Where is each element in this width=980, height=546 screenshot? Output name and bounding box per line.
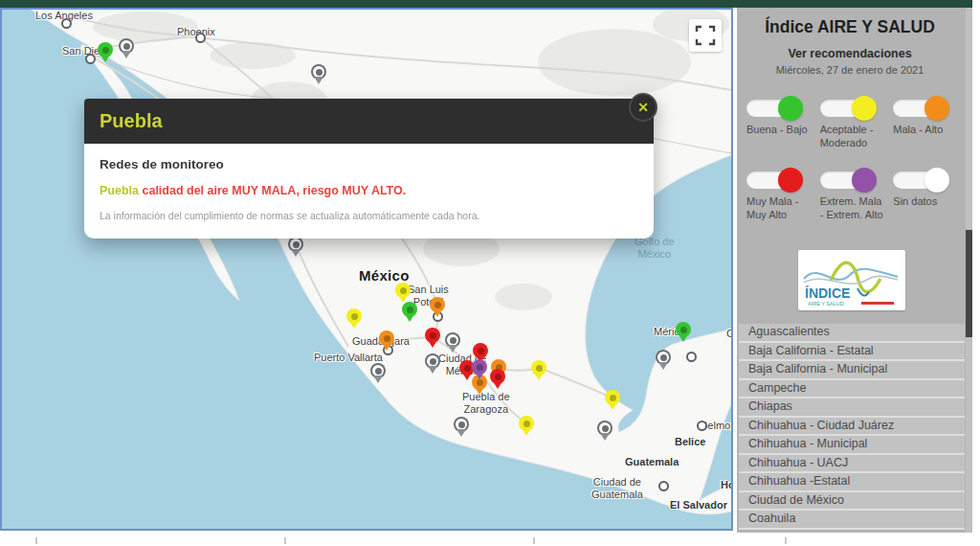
fullscreen-icon bbox=[695, 25, 716, 46]
popup-section-title: Redes de monitoreo bbox=[100, 157, 638, 171]
legend-item-aceptable[interactable]: Aceptable - Moderado bbox=[820, 96, 884, 150]
map-pin-aceptable[interactable] bbox=[395, 283, 411, 298]
state-list-item[interactable]: Chiapas bbox=[739, 398, 965, 418]
legend-label: Mala - Alto bbox=[893, 123, 957, 136]
recommendations-link[interactable]: Ver recomendaciones bbox=[737, 47, 963, 60]
page: Los AngelesPhoenixSan DiegoMéxicoSan Lui… bbox=[0, 0, 980, 546]
city-dot bbox=[61, 18, 72, 29]
top-green-bar bbox=[0, 0, 972, 8]
ruler-tick bbox=[35, 537, 37, 544]
status-color-dot bbox=[852, 168, 877, 193]
legend-toggle[interactable] bbox=[893, 171, 943, 189]
legend-toggle[interactable] bbox=[746, 171, 796, 189]
legend-toggle[interactable] bbox=[893, 100, 943, 117]
legend-item-mala[interactable]: Mala - Alto bbox=[893, 96, 957, 150]
svg-text:ÍNDICE: ÍNDICE bbox=[805, 285, 850, 301]
map-pin-sin_datos[interactable] bbox=[288, 237, 303, 252]
map-pin-sin_datos[interactable] bbox=[454, 417, 469, 432]
map-pin-aceptable[interactable] bbox=[346, 308, 362, 324]
state-list-item[interactable]: Campeche bbox=[739, 380, 965, 399]
scrollbar-thumb[interactable] bbox=[966, 230, 972, 337]
map-pin-muy_mala[interactable] bbox=[490, 369, 505, 384]
legend-item-buena[interactable]: Buena - Bajo bbox=[746, 96, 811, 150]
ruler-tick bbox=[284, 537, 286, 544]
air-quality-legend: Buena - BajoAceptable - ModeradoMala - A… bbox=[746, 96, 957, 221]
map-pin-sin_datos[interactable] bbox=[370, 363, 386, 378]
map-pin-sin_datos[interactable] bbox=[119, 38, 134, 54]
fullscreen-button[interactable] bbox=[689, 19, 722, 52]
legend-toggle[interactable] bbox=[820, 100, 870, 117]
date-label: Miércoles, 27 de enero de 2021 bbox=[737, 64, 963, 76]
state-list-item[interactable]: Chihuahua - Municipal bbox=[739, 436, 965, 455]
state-list-item[interactable]: Chihuahua - UACJ bbox=[739, 455, 965, 474]
logo: ÍNDICE AIRE Y SALUD bbox=[798, 250, 905, 310]
status-text: calidad del aire MUY MALA, riesgo MUY AL… bbox=[139, 184, 406, 197]
legend-label: Muy Mala - Muy Alto bbox=[746, 194, 811, 222]
state-list-item[interactable]: Baja California - Estatal bbox=[739, 343, 965, 362]
popup-note: La información del cumplimiento de norma… bbox=[100, 210, 638, 221]
city-dot bbox=[195, 33, 206, 43]
map-pin-buena[interactable] bbox=[98, 42, 113, 57]
svg-text:AIRE Y SALUD: AIRE Y SALUD bbox=[808, 301, 844, 307]
state-list-item[interactable]: Chihuahua -Estatal bbox=[739, 473, 965, 492]
status-color-dot bbox=[924, 96, 949, 121]
city-dot bbox=[697, 421, 707, 431]
state-list-item[interactable]: Baja California - Municipal bbox=[739, 361, 965, 380]
legend-item-muy_mala[interactable]: Muy Mala - Muy Alto bbox=[746, 168, 811, 222]
map-label: Puebla de Zaragoza bbox=[462, 391, 510, 416]
map-pin-extrema[interactable] bbox=[472, 359, 487, 375]
legend-label: Sin datos bbox=[893, 194, 957, 208]
legend-item-sin_datos[interactable]: Sin datos bbox=[893, 168, 957, 222]
map-pin-mala[interactable] bbox=[430, 297, 445, 312]
map-pin-muy_mala[interactable] bbox=[425, 328, 440, 343]
map-pin-buena[interactable] bbox=[676, 322, 691, 337]
state-list-item[interactable]: Coahuila bbox=[739, 511, 965, 530]
ruler-tick bbox=[785, 537, 787, 544]
map-label: Guatemala bbox=[625, 456, 679, 468]
page-title: Índice AIRE Y SALUD bbox=[737, 17, 963, 37]
status-color-dot bbox=[778, 168, 803, 193]
legend-label: Extrem. Mala - Extrem. Alto bbox=[820, 194, 884, 222]
state-list-item[interactable]: Ciudad de México bbox=[739, 492, 965, 512]
map-pin-mala[interactable] bbox=[379, 330, 394, 346]
map-label: Ciudad de Guatemala bbox=[591, 476, 643, 501]
legend-toggle[interactable] bbox=[820, 171, 870, 189]
map-pin-sin_datos[interactable] bbox=[425, 353, 440, 369]
status-color-dot bbox=[852, 96, 877, 121]
map-label: Honduras bbox=[721, 479, 733, 491]
map-pin-sin_datos[interactable] bbox=[445, 332, 460, 348]
state-list-item[interactable]: Chihuahua - Ciudad Juárez bbox=[739, 418, 965, 437]
popup-title: Puebla bbox=[84, 110, 163, 132]
map-label: Puerto Vallarta bbox=[314, 352, 383, 364]
map-pin-aceptable[interactable] bbox=[531, 360, 546, 375]
map-label: Belice bbox=[675, 436, 705, 448]
map-pin-buena[interactable] bbox=[402, 302, 417, 317]
state-list-item[interactable]: Aguascalientes bbox=[739, 324, 965, 343]
legend-toggle[interactable] bbox=[746, 100, 796, 117]
legend-label: Aceptable - Moderado bbox=[820, 123, 884, 150]
map-pin-sin_datos[interactable] bbox=[656, 350, 671, 365]
sidebar: Índice AIRE Y SALUD Ver recomendaciones … bbox=[737, 8, 972, 533]
status-city: Puebla bbox=[100, 184, 139, 197]
map-label: El Salvador bbox=[670, 499, 727, 512]
logo-graphic: ÍNDICE AIRE Y SALUD bbox=[798, 250, 905, 310]
close-icon[interactable]: ✕ bbox=[629, 93, 657, 122]
map-pin-sin_datos[interactable] bbox=[597, 421, 612, 436]
air-quality-status: Puebla calidad del aire MUY MALA, riesgo… bbox=[100, 184, 638, 197]
popup-body: Redes de monitoreo Puebla calidad del ai… bbox=[84, 144, 654, 239]
map-pin-aceptable[interactable] bbox=[605, 390, 620, 405]
map-label: Golfo de México bbox=[635, 236, 675, 261]
info-popup: Puebla ✕ Redes de monitoreo Puebla calid… bbox=[84, 99, 654, 239]
map-pin-muy_mala[interactable] bbox=[473, 343, 488, 358]
map-label: Cancún bbox=[726, 328, 733, 340]
popup-header: Puebla bbox=[84, 99, 654, 144]
map-pin-aceptable[interactable] bbox=[519, 416, 534, 431]
sidebar-scrollbar[interactable] bbox=[966, 8, 972, 533]
status-color-dot bbox=[924, 168, 949, 193]
city-dot bbox=[85, 54, 96, 64]
legend-item-extrema[interactable]: Extrem. Mala - Extrem. Alto bbox=[820, 168, 884, 222]
ruler-tick bbox=[533, 537, 535, 544]
map-pin-sin_datos[interactable] bbox=[311, 64, 326, 80]
map-canvas[interactable]: Los AngelesPhoenixSan DiegoMéxicoSan Lui… bbox=[0, 8, 733, 531]
legend-label: Buena - Bajo bbox=[746, 123, 811, 136]
